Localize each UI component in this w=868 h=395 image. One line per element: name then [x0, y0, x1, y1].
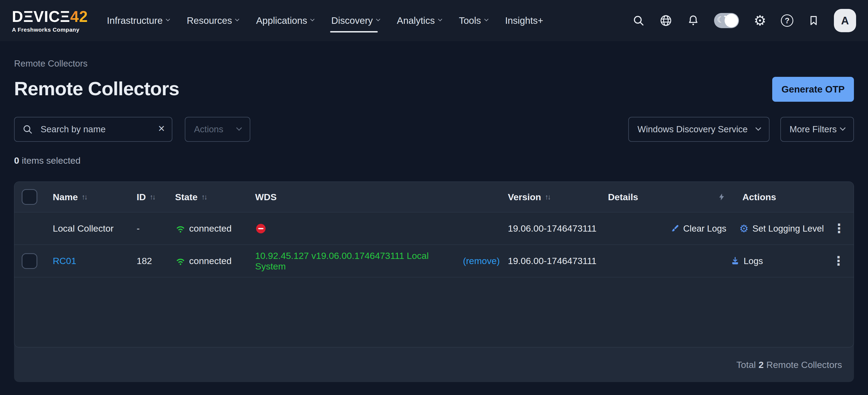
actions-dropdown[interactable]: Actions	[185, 117, 250, 142]
search-input[interactable]	[14, 117, 173, 142]
column-header-id[interactable]: ID↑↓	[128, 192, 167, 202]
total-count: 2	[758, 360, 764, 370]
select-all-checkbox[interactable]	[22, 189, 37, 205]
more-filters-dropdown[interactable]: More Filters	[780, 117, 854, 142]
chevron-down-icon	[166, 17, 170, 21]
moon-icon: ☾	[717, 15, 724, 24]
globe-icon[interactable]	[659, 14, 672, 27]
brush-icon	[670, 224, 679, 233]
theme-toggle[interactable]: ☾ ✦ ✦	[714, 13, 739, 28]
gear-icon: ⚙	[740, 223, 749, 234]
nav-item-applications[interactable]: Applications	[256, 15, 314, 26]
collector-name-link[interactable]: RC01	[53, 256, 76, 266]
clear-search-icon[interactable]: ×	[158, 123, 165, 134]
download-logs-button[interactable]: Logs	[731, 256, 763, 266]
column-header-wds: WDS	[247, 192, 500, 202]
wds-status	[247, 223, 500, 234]
collector-version: 19.06.00-1746473111	[500, 223, 600, 234]
search-icon[interactable]	[632, 14, 645, 27]
collector-id: 182	[128, 256, 167, 266]
collector-name: Local Collector	[44, 223, 128, 234]
chevron-down-icon	[235, 17, 240, 21]
title-row: Remote Collectors Generate OTP	[14, 75, 854, 102]
chevron-down-icon	[840, 125, 845, 131]
column-header-name[interactable]: Name↑↓	[44, 192, 128, 202]
kebab-menu-icon[interactable]: ⋮	[833, 223, 845, 234]
chevron-down-icon	[376, 17, 380, 21]
wds-remove-link[interactable]: (remove)	[463, 256, 500, 266]
set-logging-level-button[interactable]: ⚙ Set Logging Level	[740, 223, 824, 234]
wifi-connected-icon	[175, 224, 186, 234]
table-footer: Total 2 Remote Collectors	[14, 347, 854, 382]
collector-state: connected	[167, 223, 247, 234]
nav-item-tools[interactable]: Tools	[459, 15, 488, 26]
column-header-version[interactable]: Version↑↓	[500, 192, 600, 202]
service-filter-dropdown[interactable]: Windows Discovery Service	[628, 117, 770, 142]
kebab-menu-icon[interactable]: ⋮	[832, 255, 845, 267]
settings-gear-icon[interactable]: ⚙	[753, 13, 766, 28]
logo-text: DΞVICΞ42	[12, 9, 88, 24]
filter-group: Windows Discovery Service More Filters	[628, 117, 854, 142]
column-header-details: Details	[600, 192, 670, 202]
download-icon	[731, 256, 740, 266]
logo-42: 42	[70, 8, 88, 25]
sort-icon[interactable]: ↑↓	[201, 193, 207, 201]
sort-icon[interactable]: ↑↓	[545, 193, 550, 201]
collector-version: 19.06.00-1746473111	[500, 256, 600, 266]
selection-summary: 0 items selected	[14, 155, 854, 166]
wifi-connected-icon	[175, 256, 186, 266]
navbar-icon-group: ☾ ✦ ✦ ⚙ ? A	[632, 9, 856, 32]
logo-tagline: A Freshworks Company	[12, 27, 88, 32]
logo-device: DΞVICΞ	[12, 8, 70, 25]
row-checkbox[interactable]	[22, 253, 37, 269]
sort-icon[interactable]: ↑↓	[82, 193, 87, 201]
clear-logs-button[interactable]: Clear Logs	[670, 223, 726, 234]
chevron-down-icon	[755, 125, 761, 131]
toolbar: × Actions Windows Discovery Service More…	[14, 117, 854, 142]
nav-item-discovery[interactable]: Discovery	[331, 15, 380, 26]
collector-id: -	[128, 223, 167, 234]
help-icon[interactable]: ?	[781, 14, 793, 27]
collectors-table: Name↑↓ ID↑↓ State↑↓ WDS Version↑↓ Detail…	[14, 182, 854, 347]
breadcrumb[interactable]: Remote Collectors	[14, 41, 854, 69]
table-header-row: Name↑↓ ID↑↓ State↑↓ WDS Version↑↓ Detail…	[14, 182, 854, 212]
collectors-card: Name↑↓ ID↑↓ State↑↓ WDS Version↑↓ Detail…	[14, 182, 854, 382]
notifications-bell-icon[interactable]	[687, 14, 700, 27]
collector-state: connected	[167, 256, 247, 266]
row-actions: Logs	[670, 256, 824, 266]
row-actions: Clear Logs ⚙ Set Logging Level	[670, 223, 824, 234]
table-empty-space	[14, 277, 854, 347]
chevron-down-icon	[310, 17, 315, 21]
chevron-down-icon	[484, 17, 488, 21]
table-row-rc01: RC01 182 connected 10.92.45.127 v19.06.0…	[14, 245, 854, 277]
search-icon	[22, 124, 33, 135]
wds-status: 10.92.45.127 v19.06.00.1746473111 Local …	[247, 250, 500, 272]
device42-logo[interactable]: DΞVICΞ42 A Freshworks Company	[12, 9, 88, 32]
main-nav: Infrastructure Resources Applications Di…	[107, 15, 543, 26]
column-header-actions: Actions	[670, 192, 824, 202]
lightning-bolt-icon	[718, 192, 726, 202]
main-content: Remote Collectors Remote Collectors Gene…	[0, 41, 868, 382]
generate-otp-button[interactable]: Generate OTP	[772, 77, 854, 102]
table-row-local-collector: Local Collector - connected	[14, 212, 854, 245]
nav-item-insights[interactable]: Insights+	[505, 15, 543, 26]
search-box: ×	[14, 117, 173, 142]
selection-count: 0	[14, 155, 19, 165]
page-title: Remote Collectors	[14, 78, 179, 99]
bookmark-icon[interactable]	[808, 14, 819, 27]
user-avatar[interactable]: A	[834, 9, 856, 32]
chevron-down-icon	[438, 17, 442, 21]
chevron-down-icon	[236, 125, 242, 131]
nav-item-analytics[interactable]: Analytics	[397, 15, 441, 26]
nav-item-resources[interactable]: Resources	[187, 15, 239, 26]
toggle-knob	[724, 14, 738, 27]
no-entry-icon[interactable]	[255, 223, 267, 234]
column-header-state[interactable]: State↑↓	[167, 192, 247, 202]
top-navbar: DΞVICΞ42 A Freshworks Company Infrastruc…	[0, 0, 868, 41]
nav-item-infrastructure[interactable]: Infrastructure	[107, 15, 169, 26]
sort-icon[interactable]: ↑↓	[150, 193, 155, 201]
